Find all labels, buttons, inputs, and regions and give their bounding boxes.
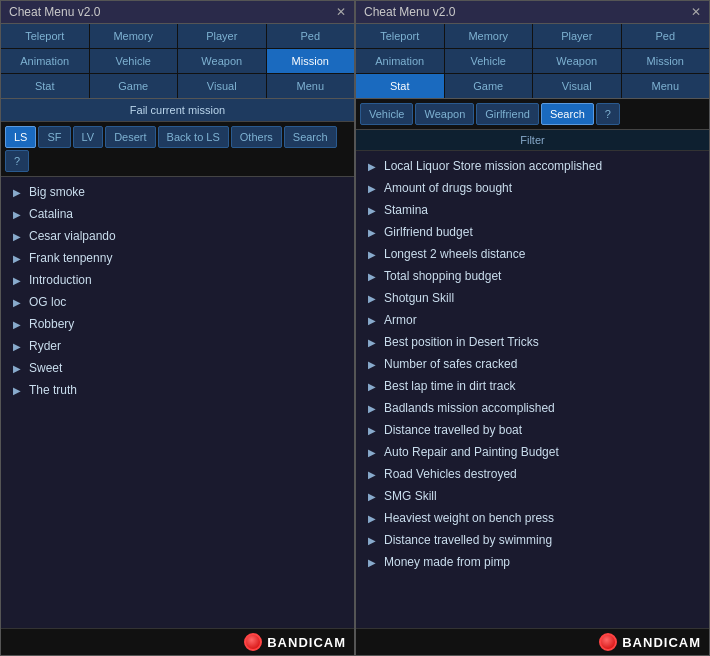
arrow-icon: ▶ [13, 231, 21, 242]
left-title: Cheat Menu v2.0 [9, 5, 100, 19]
list-item[interactable]: ▶Heaviest weight on bench press [356, 507, 709, 529]
list-item[interactable]: ▶OG loc [1, 291, 354, 313]
list-item[interactable]: ▶Money made from pimp [356, 551, 709, 573]
left-nav-vehicle[interactable]: Vehicle [90, 49, 178, 73]
right-nav-vehicle[interactable]: Vehicle [445, 49, 533, 73]
list-item[interactable]: ▶Local Liquor Store mission accomplished [356, 155, 709, 177]
right-list-area: ▶Local Liquor Store mission accomplished… [356, 151, 709, 628]
left-nav-menu[interactable]: Menu [267, 74, 355, 98]
list-item[interactable]: ▶Distance travelled by boat [356, 419, 709, 441]
left-tab-sf[interactable]: SF [38, 126, 70, 148]
left-bandicam-bar: BANDICAM [1, 628, 354, 655]
list-item[interactable]: ▶Ryder [1, 335, 354, 357]
arrow-icon: ▶ [368, 249, 376, 260]
right-bandicam-bar: BANDICAM [356, 628, 709, 655]
left-nav-weapon[interactable]: Weapon [178, 49, 266, 73]
right-filter-bar: Filter [356, 130, 709, 151]
left-nav-player[interactable]: Player [178, 24, 266, 48]
left-nav-animation[interactable]: Animation [1, 49, 89, 73]
bandicam-dot-icon [599, 633, 617, 651]
left-tab-lv[interactable]: LV [73, 126, 104, 148]
right-nav-mission[interactable]: Mission [622, 49, 710, 73]
list-item[interactable]: ▶Badlands mission accomplished [356, 397, 709, 419]
list-item[interactable]: ▶Big smoke [1, 181, 354, 203]
right-nav-memory[interactable]: Memory [445, 24, 533, 48]
list-item[interactable]: ▶Road Vehicles destroyed [356, 463, 709, 485]
list-item[interactable]: ▶Distance travelled by swimming [356, 529, 709, 551]
arrow-icon: ▶ [368, 315, 376, 326]
right-panel: Cheat Menu v2.0 ✕ Teleport Memory Player… [355, 0, 710, 656]
left-tab-row: LS SF LV Desert Back to LS Others Search… [1, 122, 354, 177]
left-tab-desert[interactable]: Desert [105, 126, 155, 148]
right-tab-vehicle[interactable]: Vehicle [360, 103, 413, 125]
left-nav-stat[interactable]: Stat [1, 74, 89, 98]
left-close-button[interactable]: ✕ [336, 5, 346, 19]
arrow-icon: ▶ [368, 271, 376, 282]
list-item[interactable]: ▶Number of safes cracked [356, 353, 709, 375]
list-item[interactable]: ▶Best lap time in dirt track [356, 375, 709, 397]
left-tab-ls[interactable]: LS [5, 126, 36, 148]
left-nav-teleport[interactable]: Teleport [1, 24, 89, 48]
list-item[interactable]: ▶Armor [356, 309, 709, 331]
list-item[interactable]: ▶Best position in Desert Tricks [356, 331, 709, 353]
left-nav-game[interactable]: Game [90, 74, 178, 98]
list-item[interactable]: ▶Girlfriend budget [356, 221, 709, 243]
arrow-icon: ▶ [368, 425, 376, 436]
arrow-icon: ▶ [368, 205, 376, 216]
list-item[interactable]: ▶Cesar vialpando [1, 225, 354, 247]
left-nav-visual[interactable]: Visual [178, 74, 266, 98]
arrow-icon: ▶ [368, 183, 376, 194]
left-tab-question[interactable]: ? [5, 150, 29, 172]
list-item[interactable]: ▶Auto Repair and Painting Budget [356, 441, 709, 463]
left-bandicam-logo: BANDICAM [244, 633, 346, 651]
left-tab-others[interactable]: Others [231, 126, 282, 148]
right-close-button[interactable]: ✕ [691, 5, 701, 19]
right-tab-search[interactable]: Search [541, 103, 594, 125]
arrow-icon: ▶ [368, 469, 376, 480]
right-nav-ped[interactable]: Ped [622, 24, 710, 48]
left-nav-memory[interactable]: Memory [90, 24, 178, 48]
list-item[interactable]: ▶Total shopping budget [356, 265, 709, 287]
right-tab-girlfriend[interactable]: Girlfriend [476, 103, 539, 125]
right-nav-menu[interactable]: Menu [622, 74, 710, 98]
list-item[interactable]: ▶SMG Skill [356, 485, 709, 507]
list-item[interactable]: ▶Introduction [1, 269, 354, 291]
right-nav-game[interactable]: Game [445, 74, 533, 98]
list-item[interactable]: ▶Robbery [1, 313, 354, 335]
right-nav-visual[interactable]: Visual [533, 74, 621, 98]
arrow-icon: ▶ [368, 403, 376, 414]
arrow-icon: ▶ [13, 297, 21, 308]
right-tab-weapon[interactable]: Weapon [415, 103, 474, 125]
arrow-icon: ▶ [368, 491, 376, 502]
list-item[interactable]: ▶The truth [1, 379, 354, 401]
right-nav-animation[interactable]: Animation [356, 49, 444, 73]
left-nav-ped[interactable]: Ped [267, 24, 355, 48]
right-nav-teleport[interactable]: Teleport [356, 24, 444, 48]
arrow-icon: ▶ [368, 337, 376, 348]
left-nav-mission[interactable]: Mission [267, 49, 355, 73]
right-nav-row1: Teleport Memory Player Ped Animation Veh… [356, 24, 709, 99]
list-item[interactable]: ▶Sweet [1, 357, 354, 379]
left-sub-bar: Fail current mission [1, 99, 354, 122]
right-nav-weapon[interactable]: Weapon [533, 49, 621, 73]
list-item[interactable]: ▶Shotgun Skill [356, 287, 709, 309]
arrow-icon: ▶ [368, 447, 376, 458]
left-list-area: ▶Big smoke ▶Catalina ▶Cesar vialpando ▶F… [1, 177, 354, 628]
arrow-icon: ▶ [13, 275, 21, 286]
list-item[interactable]: ▶Catalina [1, 203, 354, 225]
left-tab-search[interactable]: Search [284, 126, 337, 148]
list-item[interactable]: ▶Longest 2 wheels distance [356, 243, 709, 265]
arrow-icon: ▶ [368, 381, 376, 392]
right-nav-stat[interactable]: Stat [356, 74, 444, 98]
left-nav-row1: Teleport Memory Player Ped Animation Veh… [1, 24, 354, 99]
bandicam-dot-icon [244, 633, 262, 651]
list-item[interactable]: ▶Frank tenpenny [1, 247, 354, 269]
right-nav-player[interactable]: Player [533, 24, 621, 48]
left-tab-backtols[interactable]: Back to LS [158, 126, 229, 148]
list-item[interactable]: ▶Stamina [356, 199, 709, 221]
arrow-icon: ▶ [13, 253, 21, 264]
right-tab-question[interactable]: ? [596, 103, 620, 125]
right-title: Cheat Menu v2.0 [364, 5, 455, 19]
list-item[interactable]: ▶Amount of drugs bought [356, 177, 709, 199]
right-title-bar: Cheat Menu v2.0 ✕ [356, 1, 709, 24]
